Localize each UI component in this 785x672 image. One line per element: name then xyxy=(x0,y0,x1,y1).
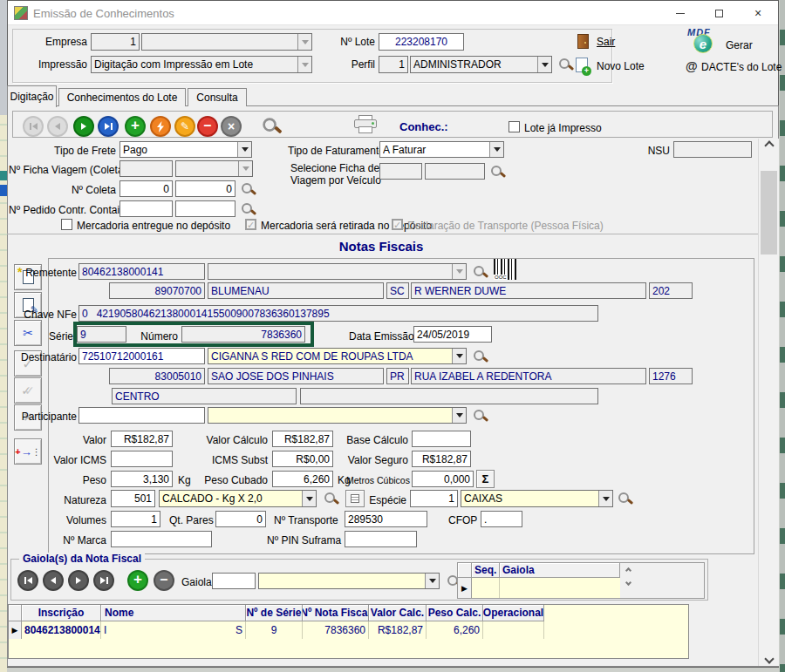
tab-digitacao[interactable]: Digitação xyxy=(7,85,57,107)
gerar-button[interactable]: Gerar xyxy=(726,39,753,51)
transporte-field[interactable]: 289530 xyxy=(345,511,427,527)
cell-valor-calc[interactable]: R$182,87 xyxy=(369,621,427,639)
maximize-button[interactable] xyxy=(700,1,738,25)
icms-subst-field[interactable]: R$0,00 xyxy=(272,451,333,467)
destinatario-search-icon[interactable] xyxy=(473,350,488,364)
destinatario-cep-field[interactable]: 83005010 xyxy=(109,368,205,384)
natureza-list-button[interactable] xyxy=(345,490,365,507)
mercadoria-retirada-checkbox[interactable]: ✓ xyxy=(245,219,256,230)
remetente-cep-field[interactable]: 89070700 xyxy=(109,282,205,299)
col-peso-calc[interactable]: Peso Calc. xyxy=(427,605,483,621)
remetente-cidade-field[interactable]: BLUMENAU xyxy=(208,282,384,299)
sair-button[interactable]: Sair xyxy=(597,36,615,48)
marca-field[interactable] xyxy=(111,531,212,547)
destinatario-bairro-field[interactable]: CENTRO xyxy=(112,388,297,404)
vertical-scrollbar[interactable] xyxy=(758,139,779,666)
cfop-field[interactable]: . xyxy=(481,511,522,527)
destinatario-endereco-field[interactable]: RUA IZABEL A REDENTORA xyxy=(411,368,646,384)
ficha-viagem-dropdown[interactable] xyxy=(175,160,253,177)
scroll-down-button[interactable] xyxy=(759,650,779,666)
qt-pares-field[interactable]: 0 xyxy=(215,511,266,527)
lote-impresso-checkbox[interactable] xyxy=(509,121,520,132)
edit-button[interactable]: ✎ xyxy=(174,116,195,137)
container-field-2[interactable] xyxy=(175,200,236,217)
selecione-ficha-field-2[interactable] xyxy=(425,163,485,180)
post-lightning-button[interactable] xyxy=(150,116,171,137)
novo-lote-icon[interactable] xyxy=(576,58,588,72)
selecione-ficha-field-1[interactable] xyxy=(379,163,422,180)
container-search-icon[interactable] xyxy=(241,202,256,217)
coleta-search-icon[interactable] xyxy=(241,182,256,197)
empresa-code-field[interactable]: 1 xyxy=(91,33,140,51)
valor-icms-field[interactable] xyxy=(111,451,173,467)
gaiola-grid-scroll-up[interactable] xyxy=(622,565,635,577)
last-record-button[interactable] xyxy=(98,116,119,137)
valor-field[interactable]: R$182,87 xyxy=(111,431,173,447)
gaiola-next-button[interactable] xyxy=(68,570,89,591)
gaiola-remove-button[interactable]: – xyxy=(154,570,174,591)
barcode-icon[interactable]: OOC xyxy=(494,259,516,280)
valor-seguro-field[interactable]: R$182,87 xyxy=(412,451,471,467)
cell-serie[interactable]: 9 xyxy=(246,621,303,639)
coleta-field-1[interactable]: 0 xyxy=(119,180,173,197)
pin-suframa-field[interactable] xyxy=(345,531,417,547)
destinatario-complemento-field[interactable] xyxy=(300,388,598,404)
col-nota-fiscal[interactable]: Nº Nota Fiscal xyxy=(303,605,369,621)
confirm-all-button[interactable]: ✓✓ xyxy=(14,377,42,404)
gaiola-col-gaiola[interactable]: Gaiola xyxy=(500,563,620,578)
metros-cubicos-field[interactable]: 0,000 xyxy=(412,471,474,487)
data-emissao-field[interactable]: 24/05/2019 xyxy=(413,326,492,343)
cell-nome[interactable]: IS xyxy=(101,621,246,639)
mercadoria-entregue-checkbox[interactable] xyxy=(61,219,72,230)
especie-code-field[interactable]: 1 xyxy=(410,490,458,507)
add-button[interactable]: + xyxy=(125,116,146,137)
tipo-frete-dropdown[interactable]: Pago xyxy=(119,141,252,158)
gaiola-grid-scroll-down[interactable] xyxy=(622,584,635,596)
declaracao-transporte-checkbox[interactable]: ✓ xyxy=(392,219,403,230)
transfer-button[interactable]: +→⋮ xyxy=(14,438,42,465)
col-valor-calc[interactable]: Valor Calc. xyxy=(369,605,427,621)
nsu-field[interactable] xyxy=(673,141,752,158)
natureza-search-icon[interactable] xyxy=(324,492,338,506)
remetente-dropdown[interactable] xyxy=(208,263,467,280)
remetente-cnpj-field[interactable]: 80462138000141 xyxy=(78,263,205,280)
gaiola-field[interactable] xyxy=(212,573,256,589)
scroll-up-button[interactable] xyxy=(759,139,779,154)
minimize-button[interactable] xyxy=(661,1,700,25)
destinatario-dropdown[interactable]: CIGANNA S RED COM DE ROUPAS LTDA xyxy=(208,348,467,364)
volumes-field[interactable]: 1 xyxy=(111,511,160,527)
next-record-button[interactable] xyxy=(73,116,94,137)
especie-dropdown[interactable]: CAIXAS xyxy=(461,490,613,507)
dacte-button[interactable]: DACTE's do Lote xyxy=(701,61,782,73)
remetente-endereco-field[interactable]: R WERNER DUWE xyxy=(411,282,646,299)
participante-search-icon[interactable] xyxy=(473,409,488,424)
peso-cubado-field[interactable]: 6,260 xyxy=(272,471,333,487)
remetente-uf-field[interactable]: SC xyxy=(386,282,409,299)
col-serie[interactable]: Nº de Série xyxy=(246,605,303,621)
participante-dropdown[interactable] xyxy=(208,407,467,424)
delete-button[interactable]: – xyxy=(197,116,218,137)
impressao-dropdown[interactable]: Digitação com Impressão em Lote xyxy=(91,56,312,73)
natureza-code-field[interactable]: 501 xyxy=(111,490,155,507)
col-nome[interactable]: Nome xyxy=(101,605,246,621)
gaiola-cell-gaiola[interactable] xyxy=(500,578,620,598)
perfil-dropdown[interactable]: ADMINISTRADOR xyxy=(410,56,552,73)
lote-field[interactable]: 223208170 xyxy=(379,33,464,51)
gaiola-previous-button[interactable] xyxy=(43,570,64,591)
valor-calculo-field[interactable]: R$182,87 xyxy=(272,431,333,447)
mdfe-logo-icon[interactable]: MDF e xyxy=(686,27,722,55)
previous-record-button[interactable] xyxy=(47,116,68,137)
chave-nfe-field[interactable]: 0421905804621380001415500900783636013789… xyxy=(78,305,598,322)
tipo-faturamento-dropdown[interactable]: A Faturar xyxy=(379,141,504,158)
destinatario-numero-field[interactable]: 1276 xyxy=(649,368,693,384)
destinatario-uf-field[interactable]: PR xyxy=(386,368,409,384)
container-field-1[interactable] xyxy=(119,200,173,217)
sigma-button[interactable]: Σ xyxy=(476,470,495,488)
ficha-viagem-field[interactable] xyxy=(119,160,173,177)
especie-search-icon[interactable] xyxy=(618,492,632,506)
gaiola-last-button[interactable] xyxy=(93,570,114,591)
gaiola-col-seq[interactable]: Seq. xyxy=(472,563,500,578)
tab-conhecimentos-do-lote[interactable]: Conhecimentos do Lote xyxy=(58,88,186,106)
selecione-ficha-search-icon[interactable] xyxy=(490,165,505,180)
base-calculo-field[interactable] xyxy=(412,431,471,447)
